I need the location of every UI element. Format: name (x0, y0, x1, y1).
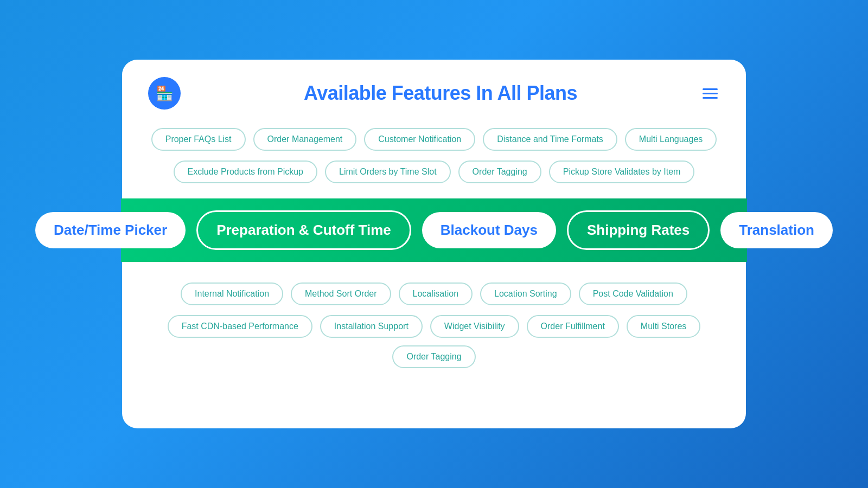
banner-pill[interactable]: Shipping Rates (567, 210, 710, 250)
menu-line-2 (703, 93, 718, 94)
main-card: 🏪 Available Features In All Plans Proper… (122, 60, 746, 428)
feature-row-4: Fast CDN-based PerformanceInstallation S… (148, 315, 720, 368)
feature-pill[interactable]: Location Sorting (480, 282, 571, 305)
feature-pill[interactable]: Proper FAQs List (151, 128, 246, 151)
menu-button[interactable] (700, 86, 720, 101)
feature-pill[interactable]: Customer Notification (364, 128, 475, 151)
feature-pill[interactable]: Multi Stores (627, 315, 700, 338)
feature-pill[interactable]: Distance and Time Formats (483, 128, 617, 151)
green-banner: Date/Time PickerPreparation & Cutoff Tim… (121, 198, 747, 262)
feature-pill[interactable]: Post Code Validation (579, 282, 687, 305)
feature-pill[interactable]: Fast CDN-based Performance (168, 315, 312, 338)
feature-pill[interactable]: Order Fulfillment (527, 315, 619, 338)
banner-pill[interactable]: Preparation & Cutoff Time (196, 210, 411, 250)
menu-line-3 (703, 97, 718, 99)
feature-pill[interactable]: Limit Orders by Time Slot (325, 160, 451, 183)
features-section: Proper FAQs ListOrder ManagementCustomer… (122, 123, 746, 183)
banner-pill[interactable]: Date/Time Picker (35, 212, 186, 248)
feature-pill[interactable]: Order Tagging (458, 160, 541, 183)
feature-pill[interactable]: Installation Support (320, 315, 423, 338)
feature-pill[interactable]: Widget Visibility (430, 315, 519, 338)
menu-line-1 (703, 88, 718, 90)
feature-pill[interactable]: Order Management (253, 128, 357, 151)
feature-pill[interactable]: Exclude Products from Pickup (174, 160, 317, 183)
feature-pill[interactable]: Method Sort Order (291, 282, 391, 305)
feature-row-3: Internal NotificationMethod Sort OrderLo… (148, 282, 720, 305)
features-section-2: Internal NotificationMethod Sort OrderLo… (122, 277, 746, 368)
page-title: Available Features In All Plans (181, 82, 700, 105)
logo-icon: 🏪 (156, 85, 173, 102)
logo: 🏪 (148, 77, 181, 110)
feature-row-1: Proper FAQs ListOrder ManagementCustomer… (148, 128, 720, 151)
banner-pill[interactable]: Translation (720, 212, 833, 248)
feature-pill[interactable]: Internal Notification (181, 282, 283, 305)
banner-pill[interactable]: Blackout Days (422, 212, 556, 248)
feature-row-2: Exclude Products from PickupLimit Orders… (148, 160, 720, 183)
feature-pill[interactable]: Order Tagging (392, 345, 475, 368)
feature-pill[interactable]: Multi Languages (625, 128, 717, 151)
feature-pill[interactable]: Pickup Store Validates by Item (549, 160, 695, 183)
card-header: 🏪 Available Features In All Plans (122, 60, 746, 123)
feature-pill[interactable]: Localisation (399, 282, 473, 305)
